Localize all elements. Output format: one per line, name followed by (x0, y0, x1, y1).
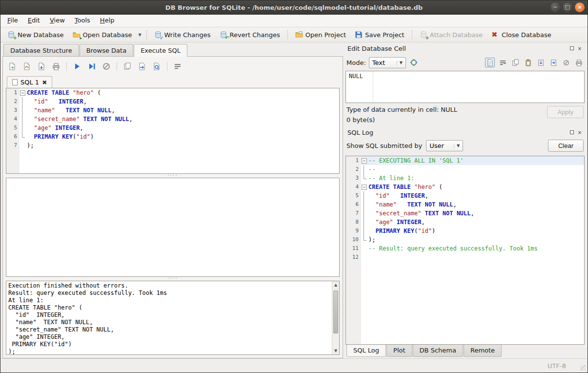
code-line: 2 "id" INTEGER, (6, 97, 339, 106)
edit-cell-header: Edit Database Cell × (345, 42, 585, 54)
toolbar-separator (117, 62, 117, 71)
maximize-button[interactable]: □ (563, 2, 572, 12)
auto-format-icon[interactable] (409, 58, 419, 67)
text-view-icon[interactable] (485, 58, 495, 67)
fold-marker-icon[interactable] (361, 156, 368, 165)
stop-icon[interactable] (101, 61, 112, 72)
find-replace-icon[interactable] (151, 61, 162, 72)
code-line: 7 "secret_name" TEXT NOT NULL, (346, 209, 584, 218)
editor-margin-line (373, 71, 373, 103)
sql-editor[interactable]: 1CREATE TABLE "hero" (2 "id" INTEGER,3 "… (6, 88, 340, 174)
set-null-icon[interactable] (561, 58, 571, 67)
open-database-button[interactable]: ▸ Open Database (69, 29, 136, 41)
import-icon[interactable] (536, 58, 546, 67)
float-panel-icon[interactable] (569, 129, 575, 135)
scrollbar-thumb[interactable] (333, 290, 338, 333)
scroll-down-icon[interactable]: ▼ (332, 347, 339, 354)
dock-tab-bar: SQL Log Plot DB Schema Remote (345, 345, 585, 358)
sql-toolbar: + (6, 59, 340, 74)
vertical-scrollbar[interactable]: ▲ ▼ (332, 281, 339, 354)
sql-doc-icon (12, 79, 18, 85)
code-line: 9 PRIMARY KEY("id") (346, 227, 584, 235)
close-panel-icon[interactable]: × (577, 45, 583, 51)
apply-button[interactable]: Apply (547, 106, 584, 118)
edit-cell-title: Edit Database Cell (347, 45, 569, 52)
splitter-handle[interactable]: ···· (6, 174, 340, 178)
open-database-dropdown[interactable]: ▼ (137, 32, 142, 38)
main-tab-bar: Database Structure Browse Data Execute S… (2, 42, 343, 56)
paste-icon[interactable] (523, 58, 533, 67)
code-line: 1CREATE TABLE "hero" ( (6, 88, 339, 97)
splitter-handle[interactable]: ···· (6, 277, 340, 281)
scrollbar-track[interactable] (332, 289, 339, 347)
find-icon[interactable] (137, 61, 147, 72)
titlebar: DB Browser for SQLite - /home/user/code/… (0, 0, 588, 15)
new-database-button[interactable]: + New Database (3, 29, 68, 41)
window-title: DB Browser for SQLite - /home/user/code/… (0, 4, 588, 11)
dock-tab-plot[interactable]: Plot (386, 345, 412, 357)
copy-icon[interactable] (510, 58, 520, 67)
toolbar-separator (287, 30, 288, 40)
word-wrap-icon[interactable] (172, 61, 183, 72)
mode-combobox[interactable]: Text ▼ (369, 57, 406, 68)
scroll-up-icon[interactable]: ▲ (332, 281, 339, 289)
results-grid[interactable] (6, 178, 340, 277)
open-project-icon (295, 31, 303, 39)
revert-changes-button[interactable]: ↶ Revert Changes (216, 29, 284, 41)
menu-tools[interactable]: Tools (70, 15, 95, 27)
menu-file[interactable]: File (2, 15, 23, 27)
toolbar-separator (412, 30, 412, 40)
fold-marker-icon[interactable] (20, 88, 27, 97)
save-sql-file-icon[interactable] (36, 61, 47, 72)
close-button[interactable]: × (575, 2, 585, 12)
code-line: 1-- EXECUTING ALL IN 'SQL 1' (346, 156, 584, 165)
window-controls: − □ × (550, 2, 585, 12)
export-icon[interactable] (548, 58, 558, 67)
code-line: 4 "secret_name" TEXT NOT NULL, (6, 115, 339, 124)
cell-value-editor[interactable]: NULL (345, 71, 585, 103)
submitted-by-combobox[interactable]: User ▼ (426, 140, 463, 151)
dock-tab-db-schema[interactable]: DB Schema (413, 345, 463, 357)
close-sql-tab-icon[interactable]: ✖ (42, 79, 47, 86)
menu-help[interactable]: Help (95, 15, 120, 27)
resize-grip[interactable] (580, 365, 586, 371)
minimize-button[interactable]: − (550, 2, 560, 12)
tab-database-structure[interactable]: Database Structure (3, 44, 79, 56)
open-sql-file-icon[interactable] (21, 61, 32, 72)
open-project-button[interactable]: Open Project (291, 29, 350, 41)
menu-edit[interactable]: Edit (23, 15, 45, 27)
fold-marker-icon[interactable] (361, 183, 368, 191)
sql-file-tab[interactable]: SQL 1 ✖ (7, 76, 52, 88)
tab-browse-data[interactable]: Browse Data (80, 44, 134, 56)
menu-view[interactable]: View (45, 15, 70, 27)
sql-log-view[interactable]: 1-- EXECUTING ALL IN 'SQL 1'2--3-- At li… (345, 156, 585, 345)
attach-database-button[interactable]: + Attach Database (416, 29, 487, 41)
new-sql-tab-icon[interactable]: + (7, 61, 18, 72)
cell-info-row: Type of data currently in cell: NULL 0 b… (345, 103, 585, 126)
dock-tab-sql-log[interactable]: SQL Log (346, 344, 386, 357)
dock-tab-remote[interactable]: Remote (464, 345, 502, 357)
float-panel-icon[interactable] (569, 45, 575, 51)
chevron-down-icon: ▼ (454, 144, 460, 148)
print-sql-icon[interactable] (51, 61, 61, 72)
save-project-button[interactable]: Save Project (351, 29, 408, 41)
execute-current-line-icon[interactable] (86, 61, 97, 72)
close-panel-icon[interactable]: × (577, 129, 583, 135)
export-sql-icon[interactable] (122, 61, 133, 72)
sql-log-header: SQL Log × (345, 126, 585, 138)
encoding-indicator[interactable]: UTF-8 (547, 362, 566, 370)
execution-log-pane[interactable]: Execution finished without errors. Resul… (6, 281, 340, 355)
code-line: 7); (6, 141, 339, 150)
close-database-button[interactable]: ✖ Close Database (487, 29, 555, 41)
code-line: 11-- Result: query executed successfully… (346, 244, 584, 253)
clear-button[interactable]: Clear (548, 140, 584, 152)
execute-all-icon[interactable] (72, 61, 82, 72)
code-line: 6 PRIMARY KEY("id") (6, 132, 339, 141)
write-changes-button[interactable]: ✓ Write Changes (150, 29, 215, 41)
tab-execute-sql[interactable]: Execute SQL (134, 44, 187, 57)
print-cell-icon[interactable] (574, 58, 584, 67)
revert-changes-icon: ↶ (220, 31, 227, 39)
code-line: 2-- (346, 165, 584, 174)
word-wrap-cell-icon[interactable] (498, 58, 507, 67)
open-database-icon: ▸ (73, 31, 81, 39)
